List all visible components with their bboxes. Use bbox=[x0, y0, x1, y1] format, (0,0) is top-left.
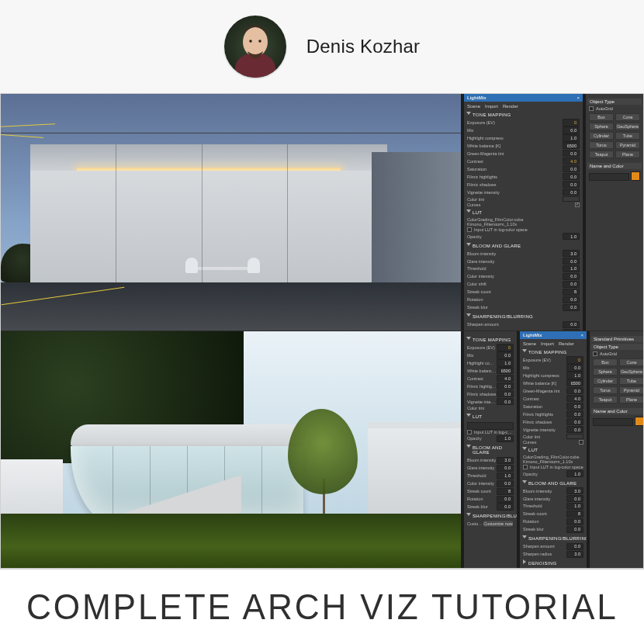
create-teapot-button-2[interactable]: Teapot bbox=[593, 396, 618, 403]
author-header: Denis Kozhar bbox=[0, 0, 644, 93]
create-panel: Object Type AutoGrid Box Cone Sphere Geo… bbox=[586, 94, 643, 331]
object-type-header-2: Object Type bbox=[591, 344, 643, 350]
create-cylinder-button-2[interactable]: Cylinder bbox=[593, 377, 618, 385]
create-cylinder-button[interactable]: Cylinder bbox=[589, 132, 614, 140]
author-name: Denis Kozhar bbox=[306, 36, 420, 57]
create-panel-2: Standard Primitives Object Type AutoGrid… bbox=[590, 331, 643, 568]
create-cone-button-2[interactable]: Cone bbox=[619, 358, 643, 366]
thumbnail-title-bar: COMPLETE ARCH VIZ TUTORIAL bbox=[0, 569, 644, 644]
name-and-color-header-2: Name and Color bbox=[591, 408, 643, 414]
create-box-button[interactable]: Box bbox=[589, 113, 614, 121]
create-pyramid-button[interactable]: Pyramid bbox=[615, 141, 640, 149]
name-and-color-header: Name and Color bbox=[587, 163, 642, 169]
render-scene-dusk bbox=[1, 94, 461, 331]
render-scene-day bbox=[1, 331, 461, 568]
create-teapot-button[interactable]: Teapot bbox=[589, 151, 614, 158]
create-plane-button[interactable]: Plane bbox=[615, 151, 640, 158]
create-geosphere-button[interactable]: GeoSphere bbox=[615, 123, 640, 130]
create-sphere-button[interactable]: Sphere bbox=[589, 123, 614, 130]
tone-mapping-panel-left: TONE MAPPING Exposure (EV)0 Mix0.0 Highl… bbox=[464, 331, 517, 568]
lightmix-title-bar-2: LightMix× bbox=[520, 331, 587, 339]
svg-point-4 bbox=[258, 40, 261, 43]
create-pyramid-button-2[interactable]: Pyramid bbox=[619, 386, 643, 394]
standard-primitives-header: Standard Primitives bbox=[591, 336, 643, 342]
tutorial-thumbnail[interactable]: LightMix× SceneImportRender TONE MAPPING… bbox=[0, 93, 644, 569]
create-cone-button[interactable]: Cone bbox=[615, 113, 640, 121]
author-avatar[interactable] bbox=[224, 16, 286, 78]
create-tube-button[interactable]: Tube bbox=[615, 132, 640, 140]
svg-point-2 bbox=[243, 27, 268, 57]
lightmix-title-bar: LightMix× bbox=[464, 94, 583, 102]
create-torus-button[interactable]: Torus bbox=[589, 141, 614, 149]
create-torus-button-2[interactable]: Torus bbox=[593, 386, 618, 394]
vfb-panels-bottom: TONE MAPPING Exposure (EV)0 Mix0.0 Highl… bbox=[461, 331, 643, 568]
vfb-panels-top: LightMix× SceneImportRender TONE MAPPING… bbox=[461, 94, 643, 331]
thumbnail-title: COMPLETE ARCH VIZ TUTORIAL bbox=[26, 586, 618, 628]
create-plane-button-2[interactable]: Plane bbox=[619, 396, 643, 403]
object-type-header: Object Type bbox=[587, 99, 642, 105]
svg-point-3 bbox=[249, 40, 252, 43]
create-tube-button-2[interactable]: Tube bbox=[619, 377, 643, 385]
tone-mapping-panel-mid: LightMix× SceneImportRender TONE MAPPING… bbox=[520, 331, 587, 568]
create-box-button-2[interactable]: Box bbox=[593, 358, 618, 366]
tone-mapping-panel: LightMix× SceneImportRender TONE MAPPING… bbox=[464, 94, 583, 331]
create-sphere-button-2[interactable]: Sphere bbox=[593, 368, 618, 376]
create-geosphere-button-2[interactable]: GeoSphere bbox=[619, 368, 643, 376]
